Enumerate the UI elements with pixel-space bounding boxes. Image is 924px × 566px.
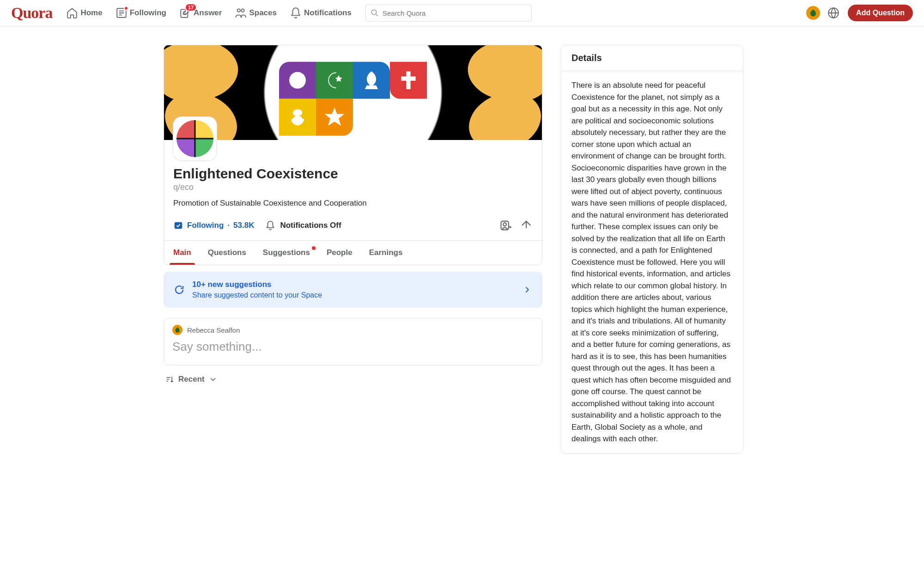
- bell-icon: [290, 7, 302, 19]
- svg-point-3: [242, 9, 245, 12]
- user-avatar[interactable]: [806, 6, 820, 20]
- details-body: There is an absolute need for peaceful C…: [561, 71, 743, 453]
- svg-point-4: [371, 10, 377, 15]
- post-composer[interactable]: Rebecca Sealfon Say something...: [164, 318, 542, 365]
- nav-label: Notifications: [304, 8, 352, 18]
- tab-main[interactable]: Main: [170, 241, 195, 265]
- language-globe-icon[interactable]: [827, 7, 839, 19]
- follower-count: 53.8K: [233, 221, 254, 230]
- sort-recent-button[interactable]: Recent: [165, 375, 541, 384]
- space-card: Enlightened Coexistence q/eco Promotion …: [164, 45, 542, 265]
- suggestions-subtitle: Share suggested content to your Space: [192, 291, 322, 299]
- bell-icon: [265, 220, 275, 231]
- following-state-icon: [173, 220, 183, 231]
- nav-label: Home: [80, 8, 102, 18]
- tab-questions[interactable]: Questions: [204, 241, 250, 265]
- dot-sep: ·: [227, 221, 230, 230]
- chevron-down-icon: [208, 375, 218, 384]
- chevron-right-icon: [522, 285, 532, 295]
- details-card: Details There is an absolute need for pe…: [561, 45, 743, 454]
- tab-suggestions[interactable]: Suggestions: [259, 241, 314, 265]
- notifications-label: Notifications Off: [280, 221, 341, 230]
- add-question-button[interactable]: Add Question: [848, 5, 913, 21]
- space-notifications-button[interactable]: Notifications Off: [265, 220, 341, 231]
- svg-point-2: [237, 9, 241, 12]
- composer-user-name: Rebecca Sealfon: [187, 326, 240, 334]
- space-title: Enlightened Coexistence: [173, 140, 533, 182]
- top-nav: Quora Home Following 17 Answer Spaces No…: [0, 0, 924, 26]
- home-icon: [66, 7, 78, 19]
- answer-badge: 17: [185, 3, 197, 12]
- following-button[interactable]: Following · 53.8K: [173, 220, 254, 231]
- tab-people[interactable]: People: [323, 241, 356, 265]
- nav-label: Answer: [194, 8, 222, 18]
- share-icon[interactable]: [520, 219, 533, 232]
- search-icon: [371, 9, 379, 17]
- nav-notifications[interactable]: Notifications: [284, 5, 357, 21]
- suggestions-banner[interactable]: 10+ new suggestions Share suggested cont…: [164, 272, 542, 308]
- following-label: Following: [187, 221, 224, 230]
- search-box[interactable]: [365, 4, 532, 22]
- nav-label: Following: [130, 8, 166, 18]
- quora-logo[interactable]: Quora: [11, 4, 52, 22]
- space-avatar[interactable]: [173, 117, 217, 160]
- spaces-icon: [235, 7, 247, 19]
- suggestions-unread-dot: [312, 246, 316, 250]
- svg-rect-7: [175, 222, 182, 229]
- nav-home[interactable]: Home: [61, 5, 108, 21]
- following-unread-dot: [124, 6, 128, 11]
- space-tabs: Main Questions Suggestions People Earnin…: [164, 240, 542, 265]
- details-heading: Details: [561, 45, 743, 71]
- sort-icon: [165, 375, 175, 384]
- nav-following[interactable]: Following: [110, 5, 172, 21]
- tab-earnings[interactable]: Earnings: [365, 241, 407, 265]
- space-slug: q/eco: [173, 183, 533, 192]
- composer-avatar: [172, 325, 182, 335]
- nav-label: Spaces: [249, 8, 277, 18]
- suggestions-title: 10+ new suggestions: [192, 280, 322, 289]
- nav-spaces[interactable]: Spaces: [229, 5, 282, 21]
- space-cover-image: [164, 45, 542, 140]
- svg-point-9: [503, 223, 506, 226]
- refresh-icon: [174, 284, 185, 295]
- search-input[interactable]: [383, 9, 527, 17]
- tab-label: Suggestions: [263, 248, 310, 257]
- space-description: Promotion of Sustainable Coexistence and…: [173, 199, 533, 208]
- leaf-icon: [174, 327, 181, 333]
- nav-answer[interactable]: 17 Answer: [174, 5, 227, 21]
- invite-icon[interactable]: [499, 219, 512, 232]
- sort-label: Recent: [178, 375, 205, 384]
- leaf-icon: [809, 9, 817, 17]
- composer-prompt[interactable]: Say something...: [172, 340, 534, 354]
